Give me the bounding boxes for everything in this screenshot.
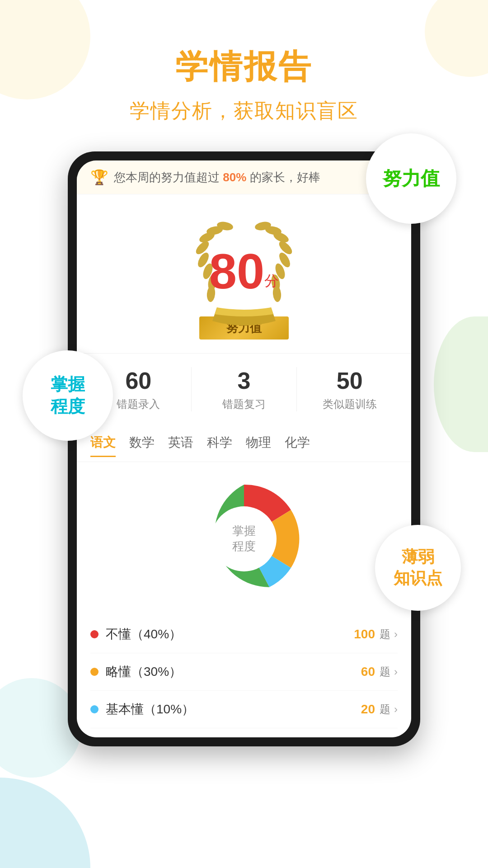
legend-unit: 题 [380, 665, 390, 679]
legend-arrow-icon[interactable]: › [394, 703, 398, 716]
legend-text: 不懂（40%） [106, 626, 354, 643]
stat-label: 错题复习 [192, 397, 297, 411]
donut-center-label: 掌握 程度 [232, 524, 256, 554]
badge-effort-text: 努力值 [383, 167, 440, 190]
legend-arrow-icon[interactable]: › [394, 665, 398, 678]
bg-decoration-bottom-mid [0, 778, 90, 868]
badge-mastery-text: 掌握 程度 [51, 373, 85, 418]
phone-mockup: 🏆 您本周的努力值超过 80% 的家长，好棒 [68, 151, 420, 746]
legend-count: 60 [361, 665, 375, 679]
laurel-wreath: 80分 [181, 212, 307, 330]
header-section: 学情报告 学情分析，获取知识盲区 [0, 0, 488, 124]
laurel-score: 80分 努力值 [181, 212, 307, 340]
chart-section: 掌握 程度 [77, 462, 411, 611]
page-subtitle: 学情分析，获取知识盲区 [0, 98, 488, 124]
legend-text: 基本懂（10%） [106, 701, 361, 718]
legend-unit: 题 [380, 702, 390, 717]
legend-item: 不懂（40%） 100 题 › [90, 616, 398, 653]
bg-decoration-right-mid [434, 316, 488, 452]
stat-item: 3错题复习 [192, 367, 297, 411]
score-display: 80分 [209, 246, 279, 296]
stat-number: 3 [192, 367, 297, 394]
notice-text: 您本周的努力值超过 80% 的家长，好棒 [114, 170, 320, 185]
score-number: 80 [209, 243, 264, 299]
trophy-icon: 🏆 [90, 169, 108, 186]
subject-tab-化学[interactable]: 化学 [285, 434, 310, 457]
legend-arrow-icon[interactable]: › [394, 628, 398, 641]
stat-item: 50类似题训练 [297, 367, 402, 411]
badge-weak-text: 薄弱 知识点 [394, 547, 442, 589]
phone-screen: 🏆 您本周的努力值超过 80% 的家长，好棒 [77, 160, 411, 737]
legend-unit: 题 [380, 627, 390, 642]
legend-section: 不懂（40%） 100 题 › 略懂（30%） 60 题 › 基本懂（10%） … [77, 611, 411, 737]
legend-count: 20 [361, 702, 375, 717]
stats-row: 60错题录入3错题复习50类似题训练 [77, 353, 411, 425]
notice-bar: 🏆 您本周的努力值超过 80% 的家长，好棒 [77, 160, 411, 194]
subject-tab-物理[interactable]: 物理 [246, 434, 271, 457]
page-title: 学情报告 [0, 45, 488, 89]
legend-dot [90, 668, 99, 676]
phone-container: 努力值 掌握 程度 薄弱 知识点 🏆 您本周的努力值超过 80% 的家长，好棒 [68, 151, 420, 746]
subject-tabs[interactable]: 语文数学英语科学物理化学 [77, 425, 411, 462]
subject-tab-英语[interactable]: 英语 [168, 434, 193, 457]
subject-tab-语文[interactable]: 语文 [90, 434, 116, 457]
score-section: 80分 努力值 [77, 194, 411, 353]
donut-chart: 掌握 程度 [181, 476, 307, 602]
legend-item: 略懂（30%） 60 题 › [90, 653, 398, 691]
notice-highlight: 80% [223, 170, 246, 184]
legend-dot [90, 705, 99, 713]
legend-count: 100 [354, 627, 375, 642]
subject-tab-数学[interactable]: 数学 [129, 434, 155, 457]
legend-dot [90, 630, 99, 638]
badge-weak: 薄弱 知识点 [375, 525, 461, 611]
legend-text: 略懂（30%） [106, 663, 361, 680]
score-unit: 分 [264, 273, 279, 289]
legend-item: 基本懂（10%） 20 题 › [90, 691, 398, 728]
badge-mastery: 掌握 程度 [23, 350, 113, 441]
subject-tab-科学[interactable]: 科学 [207, 434, 232, 457]
badge-effort: 努力值 [366, 133, 456, 224]
stat-number: 50 [297, 367, 402, 394]
stat-label: 类似题训练 [297, 397, 402, 411]
